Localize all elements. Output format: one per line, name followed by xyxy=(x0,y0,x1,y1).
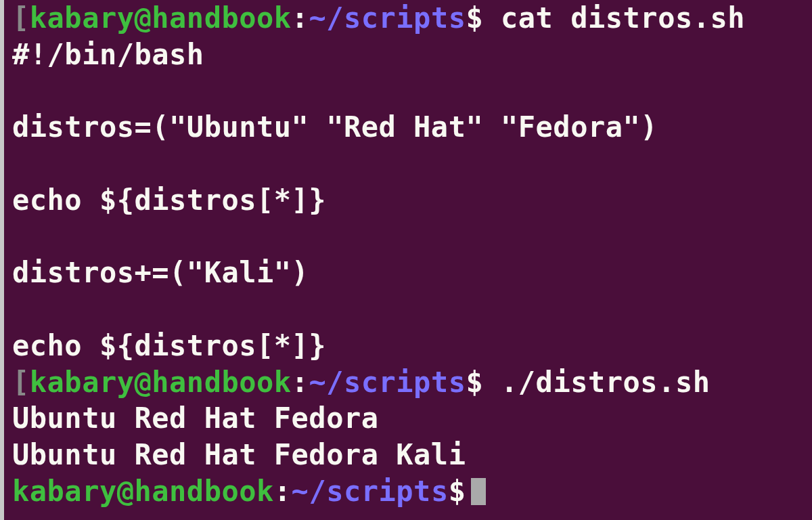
prompt-path: ~/scripts xyxy=(292,475,449,508)
cursor-block xyxy=(471,478,486,505)
output-line-1: Ubuntu Red Hat Fedora xyxy=(12,402,379,435)
prompt-colon: : xyxy=(292,1,309,35)
prompt-user-host: kabary@handbook xyxy=(12,475,274,508)
prompt-bracket: [ xyxy=(12,1,30,35)
prompt-user-host: kabary@handbook xyxy=(30,1,292,35)
command-2: ./distros.sh xyxy=(483,366,710,399)
prompt-bracket: [ xyxy=(12,366,30,399)
prompt-path: ~/scripts xyxy=(309,366,466,399)
terminal-output[interactable]: [kabary@handbook:~/scripts$ cat distros.… xyxy=(12,0,812,510)
prompt-dollar: $ xyxy=(466,1,483,35)
prompt-colon: : xyxy=(292,366,309,399)
prompt-dollar: $ xyxy=(466,366,483,399)
output-line-2: Ubuntu Red Hat Fedora Kali xyxy=(12,438,466,471)
script-line-9: echo ${distros[*]} xyxy=(12,329,326,362)
script-line-7: distros+=("Kali") xyxy=(12,256,309,289)
script-line-3: distros=("Ubuntu" "Red Hat" "Fedora") xyxy=(12,110,658,144)
script-line-1: #!/bin/bash xyxy=(12,38,204,71)
prompt-colon: : xyxy=(274,475,292,508)
prompt-dollar: $ xyxy=(449,475,466,508)
prompt-user-host: kabary@handbook xyxy=(30,366,292,399)
script-line-5: echo ${distros[*]} xyxy=(12,183,326,217)
command-1: cat distros.sh xyxy=(483,1,745,35)
prompt-path: ~/scripts xyxy=(309,1,466,35)
